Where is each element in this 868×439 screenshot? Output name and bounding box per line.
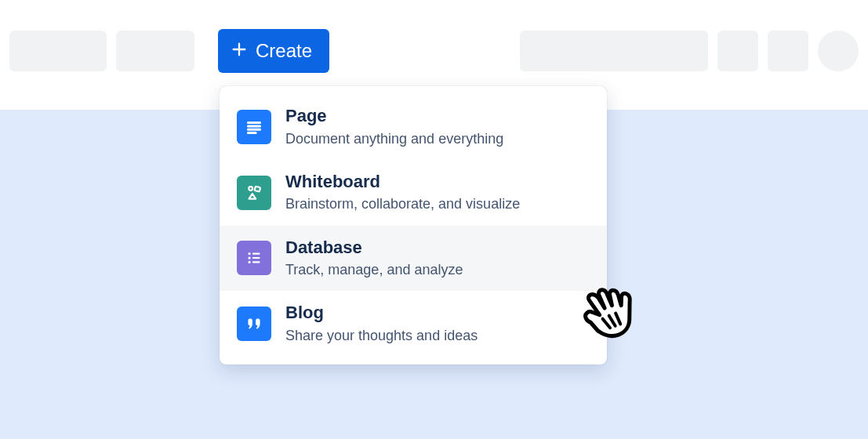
menu-item-desc: Track, manage, and analyze <box>285 260 463 280</box>
nav-placeholder-1 <box>9 31 107 71</box>
database-icon <box>237 241 271 275</box>
menu-item-desc: Document anything and everything <box>285 129 503 149</box>
svg-rect-6 <box>252 257 260 259</box>
menu-item-title: Blog <box>285 302 478 325</box>
svg-rect-8 <box>252 262 260 263</box>
avatar-placeholder <box>818 31 859 71</box>
svg-point-7 <box>248 261 250 263</box>
menu-item-title: Database <box>285 237 463 259</box>
blog-icon <box>237 307 271 341</box>
menu-item-blog[interactable]: Blog Share your thoughts and ideas <box>220 291 607 357</box>
svg-point-3 <box>248 252 250 255</box>
create-dropdown: Page Document anything and everything Wh… <box>220 86 607 365</box>
svg-rect-4 <box>252 253 260 255</box>
svg-point-5 <box>248 257 250 259</box>
plus-icon <box>231 40 248 62</box>
header-icon-placeholder-2 <box>768 31 808 71</box>
menu-item-database[interactable]: Database Track, manage, and analyze <box>220 226 607 292</box>
nav-placeholder-2 <box>116 31 194 71</box>
menu-item-desc: Brainstorm, collaborate, and visualize <box>285 194 520 214</box>
header-icon-placeholder-1 <box>717 31 758 71</box>
search-placeholder <box>520 31 708 71</box>
menu-item-page[interactable]: Page Document anything and everything <box>220 94 607 160</box>
create-button[interactable]: Create <box>218 29 329 73</box>
svg-point-1 <box>249 187 252 190</box>
menu-item-desc: Share your thoughts and ideas <box>285 326 478 346</box>
menu-item-title: Page <box>285 105 503 128</box>
svg-rect-2 <box>254 186 260 191</box>
menu-item-title: Whiteboard <box>285 171 520 194</box>
create-button-label: Create <box>256 40 312 62</box>
whiteboard-icon <box>237 176 271 210</box>
menu-item-whiteboard[interactable]: Whiteboard Brainstorm, collaborate, and … <box>220 160 607 226</box>
page-icon <box>237 110 271 144</box>
